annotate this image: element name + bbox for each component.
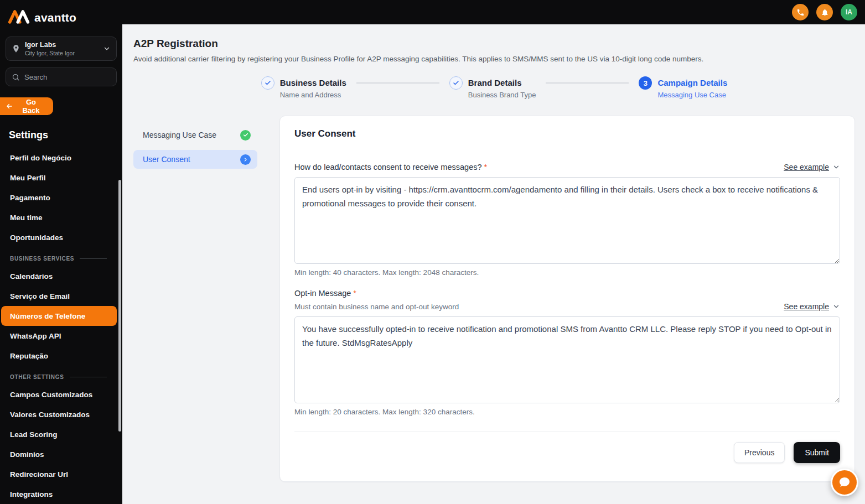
optin-subrow: Must contain business name and opt-out k… xyxy=(294,302,840,311)
search-icon xyxy=(12,73,20,81)
chevron-down-icon xyxy=(832,163,840,171)
sidebar-item-pagamento[interactable]: Pagamento xyxy=(6,188,117,207)
settings-title: Settings xyxy=(6,129,117,141)
user-consent-card: User Consent How do lead/contacts consen… xyxy=(279,116,855,482)
sidebar-nav: Perfil do Negócio Meu Perfil Pagamento M… xyxy=(6,148,117,504)
step-title: Brand Details xyxy=(468,76,536,90)
optin-field-label: Opt-in Message* xyxy=(294,289,840,298)
brand-logo-text: avantto xyxy=(34,11,76,24)
check-icon xyxy=(240,130,251,141)
brand-logo: avantto xyxy=(6,0,117,34)
location-subtitle: City Igor, State Igor xyxy=(25,50,99,56)
bell-icon xyxy=(821,8,829,17)
optin-field-sublabel: Must contain business name and opt-out k… xyxy=(294,303,459,311)
phone-button[interactable] xyxy=(792,4,809,20)
consent-field-head: How do lead/contacts consent to receive … xyxy=(294,163,840,172)
chat-launcher-button[interactable] xyxy=(831,469,858,496)
main-column: IA A2P Registration Avoid additional car… xyxy=(122,0,865,504)
app-root: avantto Igor Labs City Igor, State Igor xyxy=(0,0,865,504)
subnav-label: Messaging Use Case xyxy=(143,131,216,139)
card-title: User Consent xyxy=(294,128,840,139)
optin-textarea[interactable]: You have successfully opted-in to receiv… xyxy=(294,316,840,403)
wizard-body: Messaging Use Case User Consent User Con… xyxy=(133,116,855,482)
sidebar-item-lead-scoring[interactable]: Lead Scoring xyxy=(6,424,117,444)
back-arrow-icon xyxy=(6,102,13,110)
sidebar-item-perfil-do-negocio[interactable]: Perfil do Negócio xyxy=(6,148,117,168)
go-back-label: Go Back xyxy=(17,98,45,115)
location-selector[interactable]: Igor Labs City Igor, State Igor xyxy=(6,37,117,61)
chat-icon xyxy=(838,476,851,489)
sidebar-item-redirecionar-url[interactable]: Redirecionar Url xyxy=(6,464,117,484)
step-text: Campaign Details Messaging Use Case xyxy=(657,76,727,99)
phone-icon xyxy=(796,8,805,17)
sidebar-item-servico-de-email[interactable]: Serviço de Email xyxy=(6,286,117,306)
card-divider xyxy=(294,432,840,432)
step-text: Brand Details Business Brand Type xyxy=(468,76,536,99)
step-text: Business Details Name and Address xyxy=(280,76,346,99)
section-divider xyxy=(80,258,107,259)
sidebar-item-meu-perfil[interactable]: Meu Perfil xyxy=(6,168,117,188)
page-title: A2P Registration xyxy=(133,38,855,50)
sidebar-section-other-settings: OTHER SETTINGS xyxy=(6,369,117,385)
step-connector xyxy=(546,82,629,84)
consent-field-hint: Min length: 40 characters. Max length: 2… xyxy=(294,268,840,277)
subnav-label: User Consent xyxy=(143,155,190,164)
step-campaign-details[interactable]: 3 Campaign Details Messaging Use Case xyxy=(639,76,727,99)
step-subtitle: Messaging Use Case xyxy=(657,91,727,99)
see-example-label: See example xyxy=(784,302,829,311)
location-name: Igor Labs xyxy=(25,41,99,49)
see-example-link[interactable]: See example xyxy=(784,302,840,311)
section-divider xyxy=(70,377,107,377)
required-asterisk: * xyxy=(353,289,356,298)
optin-field-hint: Min length: 20 characters. Max length: 3… xyxy=(294,408,840,416)
check-icon xyxy=(261,76,274,90)
sidebar-search xyxy=(6,67,117,86)
step-business-details[interactable]: Business Details Name and Address xyxy=(261,76,346,99)
consent-textarea[interactable]: End users opt-in by visiting - https://c… xyxy=(294,177,840,264)
main-content: A2P Registration Avoid additional carrie… xyxy=(122,24,865,504)
campaign-subnav: Messaging Use Case User Consent xyxy=(133,116,257,174)
sidebar-item-dominios[interactable]: Dominios xyxy=(6,444,117,464)
sidebar-section-business-services: BUSINESS SERVICES xyxy=(6,251,117,266)
form-actions: Previous Submit xyxy=(294,442,840,463)
step-brand-details[interactable]: Brand Details Business Brand Type xyxy=(449,76,536,99)
subnav-item-messaging-use-case[interactable]: Messaging Use Case xyxy=(133,126,257,144)
sidebar-item-oportunidades[interactable]: Oportunidades xyxy=(6,227,117,247)
location-pin-icon xyxy=(12,44,20,53)
section-label: BUSINESS SERVICES xyxy=(10,256,74,262)
topbar: IA xyxy=(122,0,865,24)
page-subtitle: Avoid additional carrier filtering by re… xyxy=(133,55,855,63)
section-label: OTHER SETTINGS xyxy=(10,374,64,380)
search-input[interactable] xyxy=(24,73,122,81)
notifications-button[interactable] xyxy=(816,4,833,20)
field-label-text: How do lead/contacts consent to receive … xyxy=(294,163,482,172)
sidebar-item-whatsapp-api[interactable]: WhatsApp API xyxy=(6,326,117,346)
required-asterisk: * xyxy=(484,163,488,172)
chevron-down-icon xyxy=(103,45,111,53)
sidebar-item-numeros-de-telefone[interactable]: Números de Telefone xyxy=(1,306,117,326)
optin-field-head: Opt-in Message* Must contain business na… xyxy=(294,289,840,311)
avatar[interactable]: IA xyxy=(841,4,857,20)
sidebar-item-calendarios[interactable]: Calendários xyxy=(6,266,117,286)
sidebar-item-reputacao[interactable]: Reputação xyxy=(6,346,117,366)
sidebar: avantto Igor Labs City Igor, State Igor xyxy=(0,0,122,504)
sidebar-item-valores-customizados[interactable]: Valores Customizados xyxy=(6,404,117,424)
avantto-logo-icon xyxy=(8,9,30,27)
stepper: Business Details Name and Address Brand … xyxy=(133,76,855,99)
step-title: Business Details xyxy=(280,76,346,90)
chevron-down-icon xyxy=(832,303,840,310)
previous-button[interactable]: Previous xyxy=(734,442,785,463)
sidebar-item-campos-customizados[interactable]: Campos Customizados xyxy=(6,385,117,404)
sidebar-scrollbar[interactable] xyxy=(118,180,121,432)
sidebar-item-meu-time[interactable]: Meu time xyxy=(6,207,117,227)
submit-button[interactable]: Submit xyxy=(794,442,840,463)
step-subtitle: Business Brand Type xyxy=(468,91,536,99)
subnav-item-user-consent[interactable]: User Consent xyxy=(133,150,257,169)
sidebar-item-integrations[interactable]: Integrations xyxy=(6,484,117,504)
consent-field-label: How do lead/contacts consent to receive … xyxy=(294,163,487,172)
go-back-button[interactable]: Go Back xyxy=(0,97,53,115)
see-example-label: See example xyxy=(784,163,829,172)
step-connector xyxy=(356,82,439,84)
location-texts: Igor Labs City Igor, State Igor xyxy=(25,41,99,56)
see-example-link[interactable]: See example xyxy=(784,163,840,172)
